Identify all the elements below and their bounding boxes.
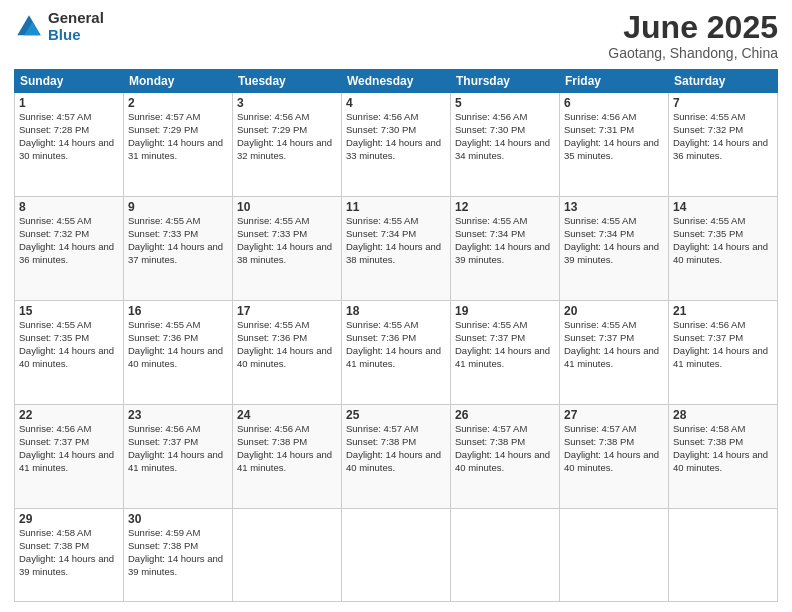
day-cell-23: 23 Sunrise: 4:56 AMSunset: 7:37 PMDaylig… (124, 405, 233, 509)
day-cell-19: 19 Sunrise: 4:55 AMSunset: 7:37 PMDaylig… (451, 301, 560, 405)
week-row-5: 29 Sunrise: 4:58 AMSunset: 7:38 PMDaylig… (15, 509, 778, 602)
day-num: 14 (673, 200, 773, 214)
day-detail: Sunrise: 4:56 AMSunset: 7:30 PMDaylight:… (346, 111, 446, 162)
day-detail: Sunrise: 4:55 AMSunset: 7:33 PMDaylight:… (237, 215, 337, 266)
page: General Blue June 2025 Gaotang, Shandong… (0, 0, 792, 612)
day-num: 2 (128, 96, 228, 110)
day-num: 6 (564, 96, 664, 110)
day-cell-17: 17 Sunrise: 4:55 AMSunset: 7:36 PMDaylig… (233, 301, 342, 405)
day-detail: Sunrise: 4:55 AMSunset: 7:35 PMDaylight:… (19, 319, 119, 370)
day-detail: Sunrise: 4:57 AMSunset: 7:29 PMDaylight:… (128, 111, 228, 162)
day-cell-1: 1 Sunrise: 4:57 AMSunset: 7:28 PMDayligh… (15, 93, 124, 197)
day-detail: Sunrise: 4:55 AMSunset: 7:37 PMDaylight:… (455, 319, 555, 370)
day-detail: Sunrise: 4:57 AMSunset: 7:38 PMDaylight:… (455, 423, 555, 474)
title-block: June 2025 Gaotang, Shandong, China (608, 10, 778, 61)
week-row-2: 8 Sunrise: 4:55 AMSunset: 7:32 PMDayligh… (15, 197, 778, 301)
logo-blue: Blue (48, 27, 104, 44)
day-cell-28: 28 Sunrise: 4:58 AMSunset: 7:38 PMDaylig… (669, 405, 778, 509)
day-num: 4 (346, 96, 446, 110)
day-detail: Sunrise: 4:59 AMSunset: 7:38 PMDaylight:… (128, 527, 228, 578)
day-detail: Sunrise: 4:57 AMSunset: 7:38 PMDaylight:… (564, 423, 664, 474)
empty-cell (451, 509, 560, 602)
day-num: 7 (673, 96, 773, 110)
day-num: 30 (128, 512, 228, 526)
day-num: 27 (564, 408, 664, 422)
week-row-1: 1 Sunrise: 4:57 AMSunset: 7:28 PMDayligh… (15, 93, 778, 197)
day-num: 3 (237, 96, 337, 110)
day-cell-7: 7 Sunrise: 4:55 AMSunset: 7:32 PMDayligh… (669, 93, 778, 197)
day-cell-2: 2 Sunrise: 4:57 AMSunset: 7:29 PMDayligh… (124, 93, 233, 197)
day-cell-9: 9 Sunrise: 4:55 AMSunset: 7:33 PMDayligh… (124, 197, 233, 301)
col-friday: Friday (560, 70, 669, 93)
day-detail: Sunrise: 4:56 AMSunset: 7:37 PMDaylight:… (128, 423, 228, 474)
day-num: 24 (237, 408, 337, 422)
day-detail: Sunrise: 4:55 AMSunset: 7:35 PMDaylight:… (673, 215, 773, 266)
day-cell-13: 13 Sunrise: 4:55 AMSunset: 7:34 PMDaylig… (560, 197, 669, 301)
col-monday: Monday (124, 70, 233, 93)
calendar-table: Sunday Monday Tuesday Wednesday Thursday… (14, 69, 778, 602)
day-num: 1 (19, 96, 119, 110)
day-cell-16: 16 Sunrise: 4:55 AMSunset: 7:36 PMDaylig… (124, 301, 233, 405)
day-cell-3: 3 Sunrise: 4:56 AMSunset: 7:29 PMDayligh… (233, 93, 342, 197)
day-detail: Sunrise: 4:56 AMSunset: 7:29 PMDaylight:… (237, 111, 337, 162)
day-cell-29: 29 Sunrise: 4:58 AMSunset: 7:38 PMDaylig… (15, 509, 124, 602)
day-cell-4: 4 Sunrise: 4:56 AMSunset: 7:30 PMDayligh… (342, 93, 451, 197)
day-num: 28 (673, 408, 773, 422)
day-cell-12: 12 Sunrise: 4:55 AMSunset: 7:34 PMDaylig… (451, 197, 560, 301)
day-num: 9 (128, 200, 228, 214)
col-sunday: Sunday (15, 70, 124, 93)
calendar-header-row: Sunday Monday Tuesday Wednesday Thursday… (15, 70, 778, 93)
location: Gaotang, Shandong, China (608, 45, 778, 61)
day-detail: Sunrise: 4:55 AMSunset: 7:33 PMDaylight:… (128, 215, 228, 266)
day-cell-15: 15 Sunrise: 4:55 AMSunset: 7:35 PMDaylig… (15, 301, 124, 405)
day-cell-24: 24 Sunrise: 4:56 AMSunset: 7:38 PMDaylig… (233, 405, 342, 509)
day-detail: Sunrise: 4:55 AMSunset: 7:36 PMDaylight:… (128, 319, 228, 370)
day-cell-27: 27 Sunrise: 4:57 AMSunset: 7:38 PMDaylig… (560, 405, 669, 509)
day-num: 17 (237, 304, 337, 318)
day-num: 26 (455, 408, 555, 422)
logo-general: General (48, 10, 104, 27)
day-num: 29 (19, 512, 119, 526)
day-num: 12 (455, 200, 555, 214)
day-detail: Sunrise: 4:55 AMSunset: 7:34 PMDaylight:… (346, 215, 446, 266)
col-wednesday: Wednesday (342, 70, 451, 93)
day-num: 11 (346, 200, 446, 214)
day-num: 20 (564, 304, 664, 318)
day-num: 15 (19, 304, 119, 318)
week-row-3: 15 Sunrise: 4:55 AMSunset: 7:35 PMDaylig… (15, 301, 778, 405)
col-tuesday: Tuesday (233, 70, 342, 93)
day-detail: Sunrise: 4:56 AMSunset: 7:37 PMDaylight:… (673, 319, 773, 370)
day-detail: Sunrise: 4:55 AMSunset: 7:37 PMDaylight:… (564, 319, 664, 370)
day-num: 13 (564, 200, 664, 214)
day-detail: Sunrise: 4:56 AMSunset: 7:37 PMDaylight:… (19, 423, 119, 474)
day-detail: Sunrise: 4:55 AMSunset: 7:32 PMDaylight:… (19, 215, 119, 266)
week-row-4: 22 Sunrise: 4:56 AMSunset: 7:37 PMDaylig… (15, 405, 778, 509)
day-cell-25: 25 Sunrise: 4:57 AMSunset: 7:38 PMDaylig… (342, 405, 451, 509)
day-num: 18 (346, 304, 446, 318)
day-cell-11: 11 Sunrise: 4:55 AMSunset: 7:34 PMDaylig… (342, 197, 451, 301)
day-num: 10 (237, 200, 337, 214)
logo-icon (14, 12, 44, 42)
logo-text: General Blue (48, 10, 104, 43)
day-cell-18: 18 Sunrise: 4:55 AMSunset: 7:36 PMDaylig… (342, 301, 451, 405)
day-cell-20: 20 Sunrise: 4:55 AMSunset: 7:37 PMDaylig… (560, 301, 669, 405)
header: General Blue June 2025 Gaotang, Shandong… (14, 10, 778, 61)
day-num: 19 (455, 304, 555, 318)
day-detail: Sunrise: 4:55 AMSunset: 7:34 PMDaylight:… (455, 215, 555, 266)
month-title: June 2025 (608, 10, 778, 45)
day-detail: Sunrise: 4:56 AMSunset: 7:38 PMDaylight:… (237, 423, 337, 474)
day-cell-5: 5 Sunrise: 4:56 AMSunset: 7:30 PMDayligh… (451, 93, 560, 197)
empty-cell (342, 509, 451, 602)
col-saturday: Saturday (669, 70, 778, 93)
empty-cell (669, 509, 778, 602)
day-cell-21: 21 Sunrise: 4:56 AMSunset: 7:37 PMDaylig… (669, 301, 778, 405)
day-detail: Sunrise: 4:57 AMSunset: 7:38 PMDaylight:… (346, 423, 446, 474)
day-detail: Sunrise: 4:55 AMSunset: 7:32 PMDaylight:… (673, 111, 773, 162)
day-cell-22: 22 Sunrise: 4:56 AMSunset: 7:37 PMDaylig… (15, 405, 124, 509)
day-detail: Sunrise: 4:56 AMSunset: 7:30 PMDaylight:… (455, 111, 555, 162)
day-cell-6: 6 Sunrise: 4:56 AMSunset: 7:31 PMDayligh… (560, 93, 669, 197)
day-cell-10: 10 Sunrise: 4:55 AMSunset: 7:33 PMDaylig… (233, 197, 342, 301)
day-detail: Sunrise: 4:55 AMSunset: 7:36 PMDaylight:… (346, 319, 446, 370)
day-num: 23 (128, 408, 228, 422)
day-num: 16 (128, 304, 228, 318)
